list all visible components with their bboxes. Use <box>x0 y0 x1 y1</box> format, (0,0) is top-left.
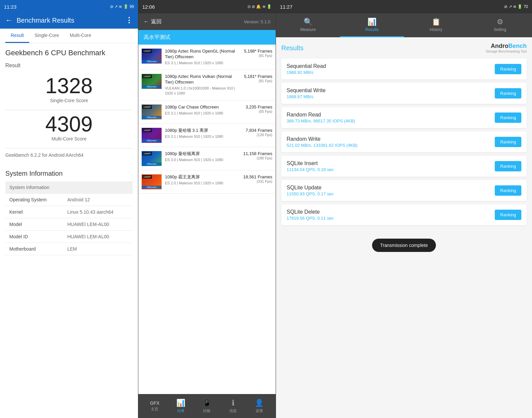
ranking-button[interactable]: Ranking <box>495 210 521 220</box>
metric-value: 17819.56 QPS, 0.11 sec <box>287 216 495 221</box>
metric-name: SQLite Insert <box>287 160 495 166</box>
andro-header: Results AndroBench Storage Benchmarking … <box>281 43 527 53</box>
tab-history-label: History <box>430 27 442 32</box>
androbench-logo: AndroBench Storage Benchmarking Tool <box>486 43 527 53</box>
gfx-frames: 5,181* Frames <box>244 74 272 79</box>
os-value: Android 12 <box>64 194 133 206</box>
history-icon: 📋 <box>432 18 441 26</box>
gfx-nav-results[interactable]: 📊 结果 <box>171 399 191 413</box>
kernel-label: Kernel <box>5 206 64 218</box>
metric-value: 11134.54 QPS, 0.18 sec <box>287 167 495 172</box>
tab-single-core[interactable]: Single-Core <box>29 29 65 43</box>
ranking-button[interactable]: Ranking <box>495 112 521 123</box>
res-label: 1080P <box>142 152 152 155</box>
tab-history[interactable]: 📋 History <box>404 13 468 37</box>
time-1: 11:23 <box>4 4 17 10</box>
gfx-list-item[interactable]: 1080P Offscreen 1080p 霸王龙离屏 ES 2.0 | Mal… <box>138 170 276 194</box>
gfx-item-spec: ES 3.1 | Maleoon 910 | 1920 x 1080 <box>165 111 242 116</box>
gfx-back-button[interactable]: ← 返回 <box>144 18 162 25</box>
more-button[interactable]: ⋮ <box>125 16 133 25</box>
gfx-fps: (81 Fps) <box>244 54 272 58</box>
back-label: 返回 <box>151 18 162 25</box>
gfx-frames: 3,235 Frames <box>246 104 272 109</box>
gfx-nav-settings[interactable]: 👤 设置 <box>249 399 269 413</box>
battery-pct-1: 99 <box>130 4 134 9</box>
res-label: 1080P <box>142 128 152 132</box>
res-label: 1080P <box>142 49 152 53</box>
metric-value: 521.02 MB/s, 133381.62 IOPS (4KB) <box>287 143 495 148</box>
benchmark-title: Geekbench 6 CPU Benchmark <box>5 49 133 57</box>
tab-multi-core[interactable]: Multi-Core <box>65 29 97 43</box>
gfx-item-spec: VULKAN 1.0 | 0x10001000 - Maleoon 910 | … <box>165 86 241 96</box>
tab-results[interactable]: 📊 Results <box>340 13 404 37</box>
back-button[interactable]: ← <box>5 16 13 25</box>
gfx-nav-info[interactable]: ℹ 信息 <box>223 399 243 413</box>
compare-icon: 📱 <box>202 399 211 407</box>
single-core-score: 1328 <box>5 75 133 97</box>
gfx-thumb: 1080P Offscreen <box>142 104 162 119</box>
ranking-button[interactable]: Ranking <box>495 137 521 147</box>
gfx-thumb: 1080P Offscreen <box>142 49 162 64</box>
gfx-item-spec: ES 3.1 | Maleoon 910 | 1920 x 1080 <box>165 61 241 66</box>
ranking-button[interactable]: Ranking <box>495 88 521 99</box>
gfx-bottom-nav: GFX 主页 📊 结果 📱 比较 ℹ 信息 👤 设置 <box>138 394 276 418</box>
ranking-button[interactable]: Ranking <box>495 161 521 171</box>
metric-info: Sequential Write 1888.67 MB/s <box>287 88 495 99</box>
gfx-list-item[interactable]: 1080P Offscreen 1080p 曼哈顿 3.1 离屏 ES 3.1 … <box>138 124 276 147</box>
geekbench-content: Geekbench 6 CPU Benchmark Result 1328 Si… <box>0 43 138 418</box>
res-label: 1080P <box>142 75 152 78</box>
logo-text: AndroBench <box>486 43 527 50</box>
gfx-list-item[interactable]: 1080P Offscreen 1080p Aztec Ruins OpenGL… <box>138 45 276 70</box>
ranking-button[interactable]: Ranking <box>495 185 521 196</box>
multi-core-score: 4309 <box>5 113 133 135</box>
offscreen-tag: Offscreen <box>142 186 162 189</box>
andro-results-title: Results <box>281 44 304 52</box>
androbench-panel: 11:27 ⊘ ↗ ≋ 🔋 70 🔍 Measure 📊 Results 📋 H… <box>276 0 532 418</box>
gfx-list-item[interactable]: 1080P Offscreen 1080p Aztec Ruins Vulkan… <box>138 70 276 101</box>
metric-info: SQLite Delete 17819.56 QPS, 0.11 sec <box>287 209 495 221</box>
signal-icons-2: ⊙ ⊘ 🔔 ≋ 🔋 <box>247 4 272 9</box>
metric-info: Random Read 388.73 MB/s, 99517.35 IOPS (… <box>287 112 495 123</box>
tab-measure[interactable]: 🔍 Measure <box>276 13 340 37</box>
gfx-list-item[interactable]: 1080P Offscreen 1080p Car Chase Offscree… <box>138 101 276 124</box>
metric-info: SQLite Insert 11134.54 QPS, 0.18 sec <box>287 160 495 172</box>
gfx-list-item[interactable]: 1080P Offscreen 1080p 曼哈顿离屏 ES 3.0 | Mal… <box>138 147 276 170</box>
andro-metrics-list: Sequential Read 1966.92 MB/s Ranking Seq… <box>281 59 527 225</box>
andro-metric-item: SQLite Insert 11134.54 QPS, 0.18 sec Ran… <box>281 156 527 177</box>
gfx-thumb: 1080P Offscreen <box>142 174 162 189</box>
score-divider <box>5 110 133 110</box>
single-core-block: 1328 Single-Core Score <box>5 75 133 103</box>
transmission-toast: Transmission complete <box>372 239 436 252</box>
metric-name: SQLite Update <box>287 185 495 191</box>
offscreen-tag: Offscreen <box>142 85 162 88</box>
sys-info-table: System Information Operating System Andr… <box>5 181 133 255</box>
metric-name: Sequential Read <box>287 63 495 69</box>
tab-result[interactable]: Result <box>5 29 29 43</box>
kernel-value: Linux 5.10.43 aarch64 <box>64 206 133 218</box>
table-row: Operating System Android 12 <box>5 194 133 206</box>
info-icon: ℹ <box>232 399 234 407</box>
time-2: 12:06 <box>142 4 155 10</box>
gfx-item-info: 1080p 霸王龙离屏 ES 2.0 | Maleoon 910 | 1920 … <box>165 174 240 186</box>
gfx-item-score: 7,834 Frames (126 Fps) <box>246 128 272 137</box>
metric-value: 1966.92 MB/s <box>287 70 495 75</box>
multi-core-desc: Multi-Core Score <box>5 136 133 141</box>
metric-info: Sequential Read 1966.92 MB/s <box>287 63 495 75</box>
offscreen-tag: Offscreen <box>142 162 162 165</box>
status-icons-2: ⊙ ⊘ 🔔 ≋ 🔋 <box>247 4 272 9</box>
status-bar-1: 11:23 ⊘ ↗ ≋ 🔋 99 <box>0 0 138 13</box>
metric-info: SQLite Update 11550.93 QPS, 0.17 sec <box>287 185 495 196</box>
model-label: Model <box>5 218 64 231</box>
andro-metric-item: SQLite Update 11550.93 QPS, 0.17 sec Ran… <box>281 180 527 201</box>
multi-core-block: 4309 Multi-Core Score <box>5 113 133 141</box>
gfx-version: Version: 5.1.0 <box>244 19 271 24</box>
andro-metric-item: Sequential Write 1888.67 MB/s Ranking <box>281 83 527 104</box>
model-id-label: Model ID <box>5 231 64 243</box>
gfx-nav-home[interactable]: GFX 主页 <box>145 400 165 412</box>
gfx-nav-compare[interactable]: 📱 比较 <box>197 399 217 413</box>
tab-setting[interactable]: ⚙ Setting <box>468 13 532 37</box>
gfx-frames: 7,834 Frames <box>246 128 272 133</box>
logo-text-bench: Bench <box>508 43 527 49</box>
gfx-fps: (81 Fps) <box>244 79 272 83</box>
ranking-button[interactable]: Ranking <box>495 64 521 74</box>
